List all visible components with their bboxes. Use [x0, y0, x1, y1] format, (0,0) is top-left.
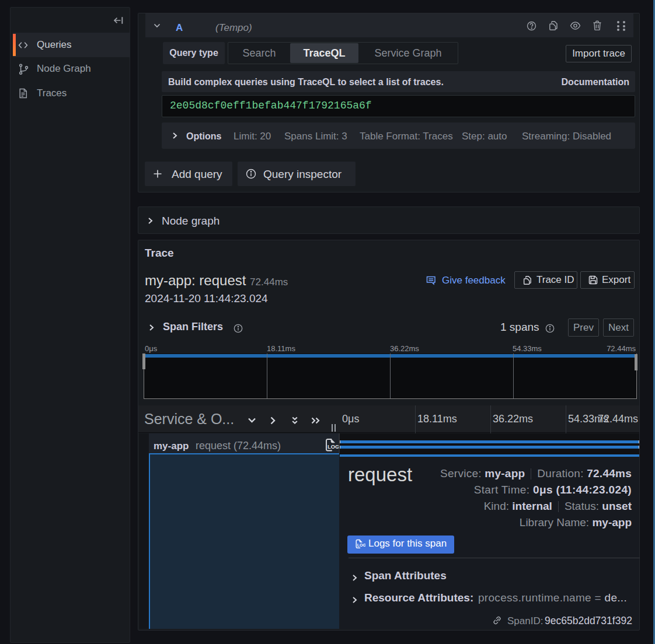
svg-text:LOG: LOG	[357, 543, 365, 547]
svg-text:LOG: LOG	[328, 444, 339, 450]
